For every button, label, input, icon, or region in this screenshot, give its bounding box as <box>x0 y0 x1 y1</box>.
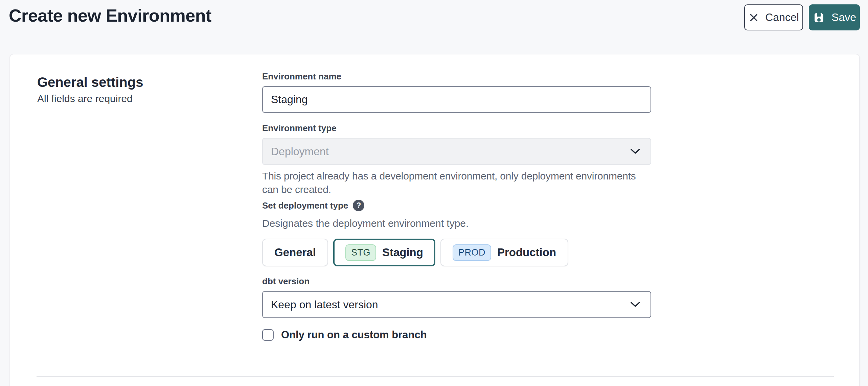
deployment-type-label: Set deployment type <box>262 200 348 211</box>
save-icon <box>813 11 825 24</box>
deployment-type-label-row: Set deployment type ? <box>262 200 364 211</box>
save-button-label: Save <box>831 11 856 24</box>
custom-branch-row: Only run on a custom branch <box>262 329 427 341</box>
deployment-type-option-general[interactable]: General <box>262 239 328 266</box>
section-subtitle: All fields are required <box>37 93 133 104</box>
custom-branch-checkbox[interactable] <box>262 329 274 341</box>
environment-type-label: Environment type <box>262 123 337 134</box>
environment-type-helper: This project already has a development e… <box>262 169 655 196</box>
page-title: Create new Environment <box>9 5 211 26</box>
type-option-label: General <box>274 246 316 259</box>
type-option-label: Staging <box>382 246 423 259</box>
custom-branch-label[interactable]: Only run on a custom branch <box>281 329 427 341</box>
environment-name-label: Environment name <box>262 71 341 82</box>
environment-type-value: Deployment <box>271 145 329 158</box>
save-button[interactable]: Save <box>809 4 860 30</box>
environment-name-input[interactable] <box>262 86 651 113</box>
dbt-version-label: dbt version <box>262 276 310 287</box>
chevron-down-icon <box>630 301 640 308</box>
help-icon[interactable]: ? <box>353 200 364 211</box>
prod-badge: PROD <box>453 244 491 261</box>
deployment-type-options: General STG Staging PROD Production <box>262 239 568 266</box>
section-title: General settings <box>37 75 143 90</box>
section-divider <box>37 376 834 377</box>
general-settings-card: General settings All fields are required… <box>9 54 860 386</box>
deployment-type-option-staging[interactable]: STG Staging <box>333 239 435 266</box>
create-environment-page: Create new Environment Cancel Save Gener… <box>0 0 868 386</box>
cancel-button-label: Cancel <box>765 11 799 24</box>
cancel-button[interactable]: Cancel <box>744 4 803 30</box>
stg-badge: STG <box>345 244 376 261</box>
deployment-type-description: Designates the deployment environment ty… <box>262 218 469 229</box>
environment-type-select: Deployment <box>262 138 651 165</box>
dbt-version-value: Keep on latest version <box>271 298 378 311</box>
chevron-down-icon <box>630 148 640 154</box>
close-icon <box>748 12 759 23</box>
deployment-type-option-production[interactable]: PROD Production <box>440 239 568 266</box>
type-option-label: Production <box>497 246 556 259</box>
dbt-version-select[interactable]: Keep on latest version <box>262 291 651 318</box>
